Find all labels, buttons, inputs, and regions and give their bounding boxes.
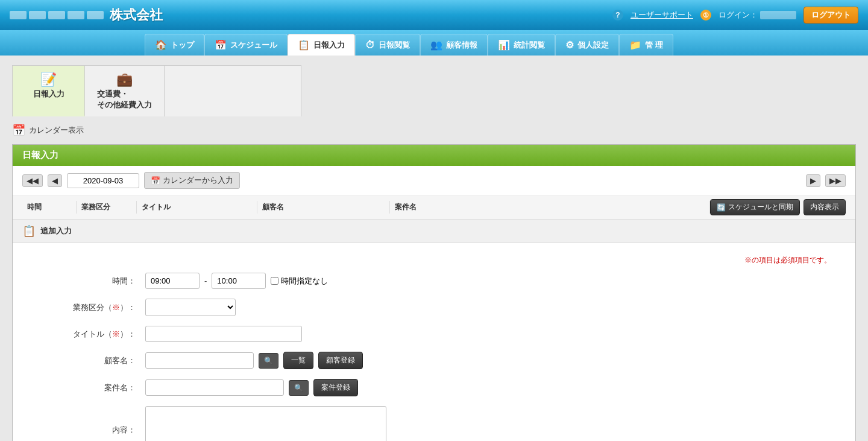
- col-header-title: タイトル: [137, 201, 257, 214]
- customer-control: 🔍 一覧 顧客登録: [145, 352, 363, 369]
- login-icon: ①: [700, 10, 711, 21]
- nav-item-manage[interactable]: 📁 管 理: [619, 34, 673, 56]
- folder-icon: 📁: [629, 39, 641, 51]
- category-select[interactable]: [145, 299, 236, 316]
- case-label: 案件名：: [37, 382, 145, 393]
- title-control: [145, 326, 302, 342]
- form-row-customer: 顧客名： 🔍 一覧 顧客登録: [37, 352, 831, 369]
- gear-icon: ⚙: [565, 39, 574, 51]
- content-display-button[interactable]: 内容表示: [804, 199, 846, 215]
- section-header: 日報入力: [13, 145, 855, 166]
- login-name: [760, 11, 796, 19]
- content-control: [145, 406, 386, 441]
- category-label: 業務区分（※）：: [37, 302, 145, 313]
- content-label: 内容：: [37, 425, 145, 436]
- time-control: - 時間指定なし: [145, 273, 328, 289]
- home-icon: 🏠: [155, 39, 167, 51]
- daily-input-section: 日報入力 ◀◀ ◀ 📅 カレンダーから入力 ▶ ▶▶ 時間 業務区分 タイトル …: [12, 144, 856, 441]
- company-name: 株式会社: [110, 6, 163, 24]
- calendar-plus-icon: 📅: [12, 124, 25, 137]
- customer-label: 顧客名：: [37, 355, 145, 366]
- logout-button[interactable]: ログアウト: [804, 7, 858, 24]
- col-header-case: 案件名: [390, 201, 710, 214]
- col-header-time: 時間: [22, 201, 77, 214]
- nav-item-top[interactable]: 🏠 トップ: [145, 34, 204, 56]
- customer-search-button[interactable]: 🔍: [259, 353, 278, 369]
- nav-item-settings[interactable]: ⚙ 個人設定: [555, 34, 619, 56]
- case-input[interactable]: [145, 379, 284, 396]
- nav-item-schedule[interactable]: 📅 スケジュール: [204, 34, 288, 56]
- calendar-btn-icon: 📅: [151, 176, 160, 185]
- calendar-icon: 📅: [215, 39, 227, 51]
- company-logo: [10, 11, 104, 19]
- case-register-button[interactable]: 案件登録: [313, 379, 358, 396]
- people-icon: 👥: [430, 39, 442, 51]
- calendar-display-link[interactable]: 📅 カレンダー表示: [12, 124, 856, 137]
- pencil-icon: 📝: [40, 72, 57, 87]
- sub-tabs: 📝 日報入力 💼 交通費・その他経費入力: [12, 65, 301, 116]
- form-row-time: 時間： - 時間指定なし: [37, 273, 831, 289]
- col-header-customer: 顧客名: [257, 201, 390, 214]
- category-control: [145, 299, 236, 316]
- prev-prev-arrow-button[interactable]: ◀◀: [22, 174, 43, 187]
- date-input[interactable]: [67, 173, 139, 188]
- main-nav: 🏠 トップ 📅 スケジュール 📋 日報入力 ⏱ 日報閲覧 👥 顧客情報 📊 統計…: [0, 30, 868, 56]
- main-content: 📝 日報入力 💼 交通費・その他経費入力 📅 カレンダー表示 日報入力 ◀◀ ◀…: [0, 56, 868, 441]
- case-search-button[interactable]: 🔍: [289, 380, 309, 396]
- column-headers: 時間 業務区分 タイトル 顧客名 案件名 🔄 スケジュールと同期 内容表示: [13, 195, 855, 220]
- form-row-content: 内容：: [37, 406, 831, 441]
- case-control: 🔍 案件登録: [145, 379, 358, 396]
- sync-icon: 🔄: [717, 203, 726, 212]
- content-textarea[interactable]: [145, 406, 386, 441]
- header: 株式会社 ? ユーザーサポート ① ログイン： ログアウト: [0, 0, 868, 30]
- form-area: ※の項目は必須項目です。 時間： - 時間指定なし 業務区分（※）：: [13, 243, 855, 441]
- no-time-checkbox[interactable]: [271, 277, 278, 285]
- sub-tab-expense-input[interactable]: 💼 交通費・その他経費入力: [85, 66, 165, 116]
- customer-input[interactable]: [145, 352, 254, 369]
- sub-tab-daily-input[interactable]: 📝 日報入力: [13, 66, 85, 116]
- col-header-category: 業務区分: [77, 201, 137, 214]
- time-separator: -: [204, 276, 207, 285]
- prev-arrow-button[interactable]: ◀: [48, 174, 62, 187]
- login-info: ログイン：: [719, 10, 796, 21]
- customer-list-button[interactable]: 一覧: [283, 352, 313, 369]
- header-left: 株式会社: [10, 6, 163, 24]
- time-label: 時間：: [37, 276, 145, 287]
- header-right: ? ユーザーサポート ① ログイン： ログアウト: [612, 7, 858, 24]
- briefcase-icon: 💼: [116, 72, 133, 87]
- time-start-input[interactable]: [145, 273, 200, 289]
- time-end-input[interactable]: [212, 273, 266, 289]
- next-arrow-button[interactable]: ▶: [806, 174, 820, 187]
- question-icon: ?: [612, 10, 623, 21]
- form-row-title: タイトル（※）：: [37, 326, 831, 342]
- required-note: ※の項目は必須項目です。: [37, 255, 831, 265]
- form-row-case: 案件名： 🔍 案件登録: [37, 379, 831, 396]
- calendar-from-input-button[interactable]: 📅 カレンダーから入力: [144, 172, 240, 189]
- clock-icon: ⏱: [365, 40, 375, 51]
- title-input[interactable]: [145, 326, 302, 342]
- clipboard-icon: 📋: [298, 39, 310, 51]
- nav-item-stats[interactable]: 📊 統計閲覧: [488, 34, 555, 56]
- nav-item-daily-input[interactable]: 📋 日報入力: [288, 34, 355, 56]
- add-entry-icon: 📋: [22, 224, 36, 238]
- user-support-link[interactable]: ユーザーサポート: [631, 10, 693, 21]
- no-time-label[interactable]: 時間指定なし: [271, 276, 328, 287]
- col-header-actions: 🔄 スケジュールと同期 内容表示: [710, 199, 846, 215]
- customer-register-button[interactable]: 顧客登録: [318, 352, 363, 369]
- add-entry-row[interactable]: 📋 追加入力: [13, 220, 855, 243]
- form-row-category: 業務区分（※）：: [37, 299, 831, 316]
- date-nav-row: ◀◀ ◀ 📅 カレンダーから入力 ▶ ▶▶: [13, 166, 855, 195]
- nav-item-daily-view[interactable]: ⏱ 日報閲覧: [355, 34, 420, 56]
- next-next-arrow-button[interactable]: ▶▶: [825, 174, 846, 187]
- nav-item-customer[interactable]: 👥 顧客情報: [420, 34, 488, 56]
- sync-schedule-button[interactable]: 🔄 スケジュールと同期: [710, 199, 800, 215]
- chart-icon: 📊: [498, 39, 510, 51]
- title-label: タイトル（※）：: [37, 329, 145, 340]
